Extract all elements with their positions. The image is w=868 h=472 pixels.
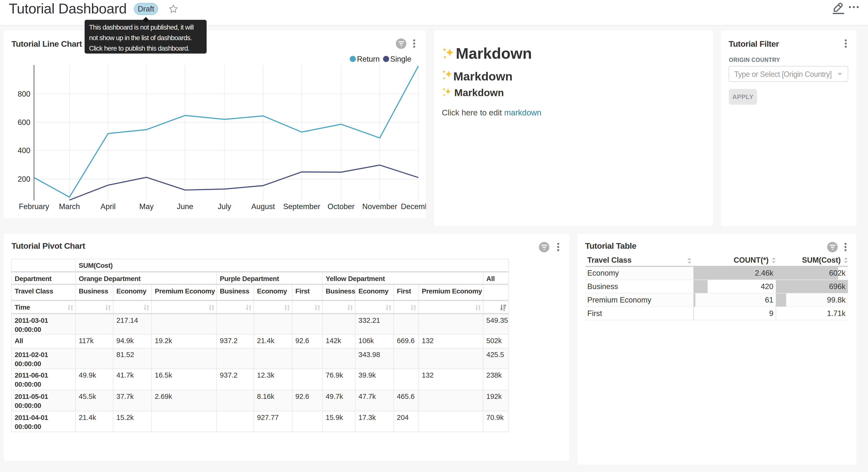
svg-text:November: November — [362, 202, 397, 211]
svg-text:600: 600 — [18, 118, 30, 127]
svg-text:December: December — [401, 202, 426, 211]
svg-text:800: 800 — [18, 90, 30, 98]
svg-text:March: March — [59, 202, 80, 211]
svg-text:August: August — [251, 202, 275, 211]
svg-text:May: May — [140, 202, 154, 211]
svg-text:July: July — [218, 202, 231, 211]
svg-text:February: February — [19, 202, 50, 211]
svg-text:200: 200 — [18, 175, 30, 183]
svg-text:Single: Single — [390, 55, 411, 63]
svg-text:September: September — [283, 202, 320, 211]
svg-text:April: April — [100, 202, 116, 211]
svg-text:400: 400 — [18, 146, 30, 155]
svg-text:June: June — [177, 202, 193, 211]
svg-text:Return: Return — [357, 55, 380, 63]
svg-text:October: October — [328, 202, 354, 211]
